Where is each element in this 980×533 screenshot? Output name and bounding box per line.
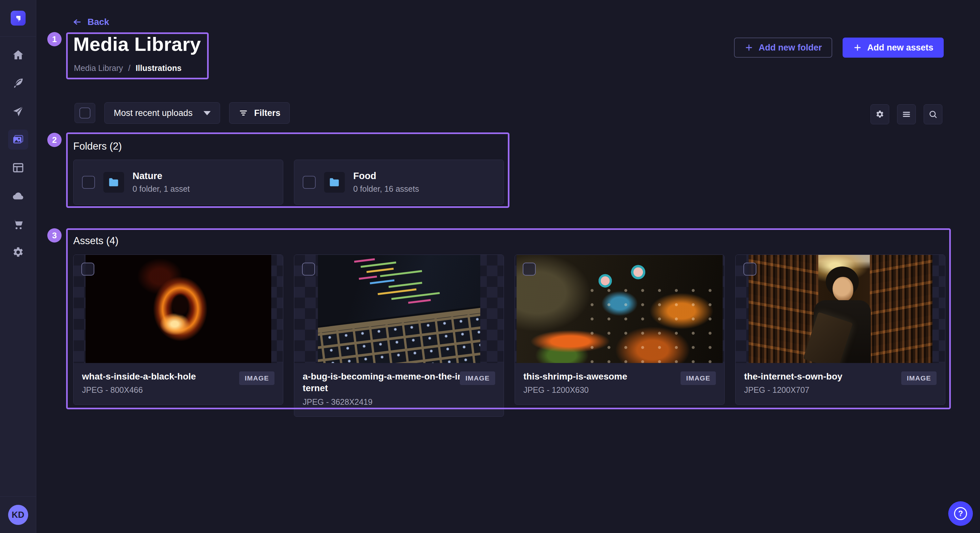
gear-icon <box>12 246 25 259</box>
add-new-folder-button[interactable]: Add new folder <box>734 38 832 58</box>
strapi-logo[interactable] <box>11 11 25 25</box>
filters-button[interactable]: Filters <box>229 102 290 124</box>
asset-thumbnail <box>736 255 945 363</box>
asset-type-badge: IMAGE <box>239 371 275 385</box>
asset-type-badge: IMAGE <box>681 371 716 385</box>
chevron-down-icon <box>204 111 211 115</box>
sidebar-item-content-manager[interactable] <box>8 158 28 178</box>
asset-card-black-hole[interactable]: what-s-inside-a-black-hole JPEG - 800X46… <box>73 254 283 405</box>
asset-checkbox[interactable] <box>302 263 315 276</box>
sidebar-item-media-library[interactable] <box>8 130 28 150</box>
folder-tile <box>324 172 345 193</box>
help-button[interactable]: ? <box>948 501 973 526</box>
header-actions: Add new folder Add new assets <box>734 38 944 58</box>
asset-card-internets-own-boy[interactable]: the-internet-s-own-boy JPEG - 1200X707 I… <box>735 254 945 405</box>
asset-card-shrimp[interactable]: this-shrimp-is-awesome JPEG - 1200X630 I… <box>515 254 725 405</box>
breadcrumb: Media Library / Illustrations <box>74 63 181 73</box>
sort-dropdown[interactable]: Most recent uploads <box>104 102 220 124</box>
annotation-badge-1: 1 <box>47 32 62 46</box>
gear-icon <box>875 109 885 119</box>
add-new-assets-button[interactable]: Add new assets <box>843 38 944 58</box>
asset-type-badge: IMAGE <box>901 371 937 385</box>
asset-footer: a-bug-is-becoming-a-meme-on-the-internet… <box>294 363 504 416</box>
sidebar-item-home[interactable] <box>8 45 28 65</box>
asset-meta: JPEG - 1200X707 <box>744 385 937 395</box>
sidebar: KD <box>0 0 36 533</box>
asset-title: a-bug-is-becoming-a-meme-on-the-internet <box>303 371 465 394</box>
filters-label: Filters <box>254 108 280 118</box>
add-folder-label: Add new folder <box>759 43 822 53</box>
asset-checkbox[interactable] <box>743 263 756 276</box>
back-label: Back <box>88 17 109 27</box>
sidebar-item-releases[interactable] <box>8 102 28 121</box>
asset-thumbnail <box>515 255 724 363</box>
logo-section <box>0 0 36 36</box>
list-view-button[interactable] <box>897 104 916 124</box>
grid-settings-button[interactable] <box>870 104 889 124</box>
assets-section: Assets (4) what-s-inside-a-black-hole JP… <box>73 235 945 417</box>
paper-plane-icon <box>12 105 25 118</box>
add-assets-label: Add new assets <box>867 43 933 53</box>
asset-checkbox[interactable] <box>523 263 536 276</box>
sidebar-item-content[interactable] <box>8 73 28 93</box>
sidebar-item-marketplace[interactable] <box>8 214 28 234</box>
mantis-shrimp-image <box>517 255 723 363</box>
sidebar-item-settings[interactable] <box>8 242 28 262</box>
asset-meta: JPEG - 800X466 <box>82 385 275 395</box>
feather-icon <box>12 77 25 90</box>
asset-thumbnail <box>294 255 504 363</box>
back-arrow-icon <box>72 17 82 27</box>
select-all-checkbox[interactable] <box>80 108 91 119</box>
folder-checkbox[interactable] <box>82 176 95 189</box>
person-silhouette <box>809 268 875 363</box>
assets-heading: Assets (4) <box>73 235 945 247</box>
plus-icon <box>745 43 754 52</box>
breadcrumb-current: Illustrations <box>135 63 181 73</box>
folder-meta: 0 folder, 16 assets <box>353 184 419 194</box>
sidebar-item-deploy[interactable] <box>8 186 28 206</box>
folders-heading: Folders (2) <box>73 141 504 152</box>
folder-tile <box>103 172 124 193</box>
cart-icon <box>12 217 25 230</box>
asset-meta: JPEG - 1200X630 <box>523 385 716 395</box>
search-button[interactable] <box>924 104 942 124</box>
avatar[interactable]: KD <box>8 505 28 525</box>
select-all-button[interactable] <box>75 103 95 123</box>
cloud-icon <box>12 189 25 202</box>
back-link[interactable]: Back <box>72 17 109 27</box>
sort-value: Most recent uploads <box>114 108 192 118</box>
breadcrumb-root[interactable]: Media Library <box>74 63 123 73</box>
avatar-section: KD <box>0 497 36 533</box>
bookshelf-right <box>870 255 932 363</box>
folder-card-nature[interactable]: Nature 0 folder, 1 asset <box>73 160 283 205</box>
sidebar-nav <box>0 36 36 497</box>
images-icon <box>12 133 25 146</box>
asset-title: the-internet-s-own-boy <box>744 371 906 382</box>
list-icon <box>902 109 911 119</box>
asset-type-badge: IMAGE <box>460 371 495 385</box>
black-hole-image <box>86 255 271 363</box>
asset-grid: what-s-inside-a-black-hole JPEG - 800X46… <box>73 254 945 417</box>
view-options <box>870 104 942 124</box>
library-portrait-image <box>749 255 932 363</box>
asset-checkbox[interactable] <box>81 263 94 276</box>
home-icon <box>12 49 25 62</box>
annotation-badge-2: 2 <box>47 133 62 147</box>
question-mark-icon: ? <box>954 507 967 520</box>
asset-card-bug-meme[interactable]: a-bug-is-becoming-a-meme-on-the-internet… <box>294 254 504 417</box>
folder-meta: 0 folder, 1 asset <box>132 184 190 194</box>
strapi-logo-icon <box>13 13 24 24</box>
breadcrumb-separator: / <box>128 63 130 73</box>
folder-card-food[interactable]: Food 0 folder, 16 assets <box>294 160 504 205</box>
folder-list: Nature 0 folder, 1 asset Food 0 folder, … <box>73 160 504 205</box>
page-title: Media Library <box>73 33 201 56</box>
laptop-code-image <box>318 255 480 363</box>
folder-name: Food <box>353 171 419 181</box>
annotation-badge-3: 3 <box>47 228 62 243</box>
filter-icon <box>239 108 248 118</box>
asset-footer: what-s-inside-a-black-hole JPEG - 800X46… <box>73 363 283 405</box>
folder-checkbox[interactable] <box>303 176 316 189</box>
asset-title: this-shrimp-is-awesome <box>523 371 686 382</box>
main-content: Back Media Library Media Library / Illus… <box>36 0 980 533</box>
asset-thumbnail <box>73 255 283 363</box>
